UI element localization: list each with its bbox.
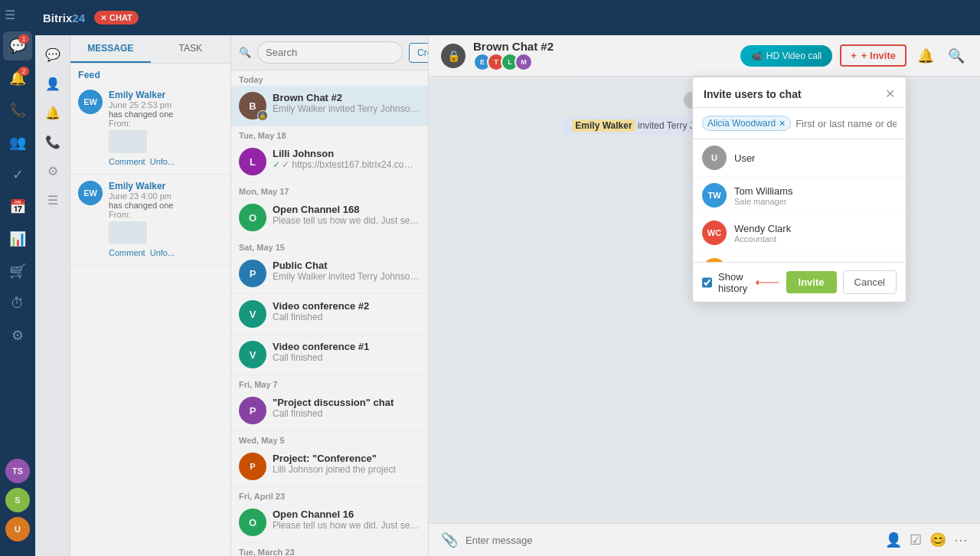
main-content: 💬 👤 🔔 📞 ⚙ ☰ MESSAGE TASK Feed EW Emily W…	[35, 35, 980, 556]
modal-user-name-wendy: Wendy Clark	[734, 223, 897, 234]
modal-avatar-wendy: WC	[702, 221, 727, 245]
modal-user-name-tom: Tom Williams	[734, 185, 897, 197]
modal-overlay: Invite users to chat ✕ Alicia Woodward ✕…	[35, 35, 980, 556]
modal-search-area: Alicia Woodward ✕	[693, 108, 906, 139]
modal-avatar-tom: TW	[702, 183, 727, 208]
modal-user-name-partial: User	[734, 152, 897, 164]
modal-user-search-input[interactable]	[795, 118, 897, 129]
modal-title: Invite users to chat	[704, 88, 802, 100]
modal-user-item-tom[interactable]: TW Tom Williams Sale manager	[693, 177, 906, 214]
modal-footer: Show history Invite Cancel	[693, 262, 906, 302]
invite-modal: Invite users to chat ✕ Alicia Woodward ✕…	[692, 77, 906, 303]
tag-remove-icon[interactable]: ✕	[779, 119, 786, 129]
search-tag-alicia[interactable]: Alicia Woodward ✕	[702, 116, 791, 131]
show-history-checkbox[interactable]	[702, 277, 712, 288]
app-container: Bitrix24 ✕ CHAT 💬 👤 🔔 📞 ⚙ ☰ MESSAGE TASK…	[35, 0, 980, 556]
modal-user-list: U User TW Tom Williams Sale manager WC	[693, 139, 906, 262]
modal-user-name-alicia: Alicia Woodward	[734, 260, 897, 263]
modal-user-role-wendy: Accountant	[734, 234, 897, 244]
show-history-label[interactable]: Show history	[718, 271, 747, 294]
modal-header: Invite users to chat ✕	[693, 77, 906, 108]
modal-user-info-tom: Tom Williams Sale manager	[734, 185, 897, 206]
modal-user-role-tom: Sale manager	[734, 197, 897, 206]
modal-close-button[interactable]: ✕	[885, 87, 895, 101]
modal-user-item-partial[interactable]: U User	[693, 139, 906, 177]
search-tag-label: Alicia Woodward	[707, 118, 776, 129]
modal-user-item-wendy[interactable]: WC Wendy Clark Accountant	[693, 214, 906, 252]
modal-avatar-partial: U	[702, 146, 727, 170]
modal-user-info-alicia: Alicia Woodward Smm-manager	[734, 260, 897, 263]
modal-avatar-alicia: AW	[702, 258, 727, 262]
modal-user-info-wendy: Wendy Clark Accountant	[734, 223, 897, 244]
modal-user-item-alicia[interactable]: AW Alicia Woodward Smm-manager	[693, 252, 906, 262]
modal-cancel-button[interactable]: Cancel	[843, 270, 897, 294]
modal-user-info-partial: User	[734, 152, 897, 164]
modal-invite-button[interactable]: Invite	[786, 271, 837, 293]
arrow-annotation	[756, 273, 779, 292]
